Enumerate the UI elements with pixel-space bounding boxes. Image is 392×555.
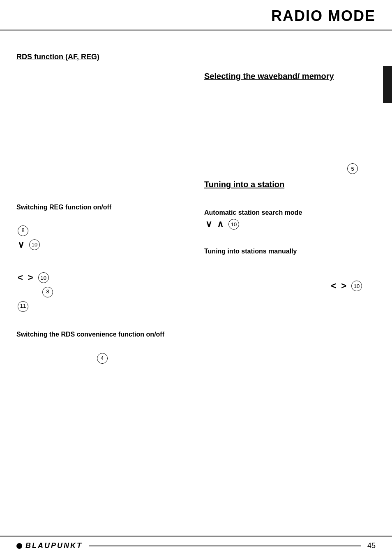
- page: RADIO MODE RDS function (AF, REG) Select…: [0, 0, 392, 555]
- auto-search-symbols-row: ∨ ∧ 10: [204, 219, 376, 230]
- down-arrow-symbol-2: ∨: [205, 219, 212, 230]
- left-arrow-symbol-1: <: [18, 272, 23, 283]
- circle-10-3: 10: [38, 272, 49, 283]
- left-arrows-row: < > 10: [16, 272, 188, 283]
- selecting-waveband-heading: Selecting the waveband/ memory: [204, 72, 334, 81]
- side-bookmark: [383, 66, 392, 103]
- right-arrow-symbol-1: >: [28, 272, 33, 283]
- page-number: 45: [367, 541, 376, 550]
- rds-function-heading: RDS function (AF, REG): [16, 53, 99, 61]
- page-footer: BLAUPUNKT 45: [0, 536, 392, 555]
- mid-left-col: Switching REG function on/off 8 ∨ 10: [16, 163, 196, 258]
- circle4-row: 4: [16, 353, 188, 364]
- circle-11: 11: [18, 301, 28, 312]
- mid-right-col: 5 Tuning into a station Automatic statio…: [196, 163, 376, 258]
- brand-logo: BLAUPUNKT: [16, 541, 83, 550]
- top-left-col: RDS function (AF, REG): [16, 43, 196, 85]
- logo-dot: [16, 543, 22, 549]
- circle-10-1: 10: [29, 239, 40, 250]
- switching-rds-heading: Switching the RDS convenience function o…: [16, 331, 188, 338]
- reg-arrow-row: ∨ 10: [16, 239, 188, 250]
- circle-8: 8: [18, 225, 28, 236]
- bot-circle8-row: 8: [16, 286, 188, 297]
- reg-circle8-row: 8: [16, 225, 188, 236]
- top-section: RDS function (AF, REG) Selecting the wav…: [0, 30, 392, 85]
- page-title: RADIO MODE: [16, 7, 376, 25]
- circle-5: 5: [347, 163, 358, 174]
- circle-10-4: 10: [351, 281, 362, 291]
- down-arrow-symbol-1: ∨: [18, 239, 24, 250]
- up-arrow-symbol: ∧: [217, 219, 224, 230]
- circle-4: 4: [97, 353, 108, 364]
- tuning-manually-heading: Tuning into stations manually: [204, 248, 376, 255]
- circle-10-2: 10: [228, 219, 239, 230]
- middle-section: Switching REG function on/off 8 ∨ 10 5 T…: [0, 155, 392, 258]
- circle11-row: 11: [16, 301, 188, 312]
- bot-right-col: < > 10: [196, 262, 376, 364]
- right-arrow-symbol-2: >: [341, 281, 346, 291]
- bot-left-col: < > 10 8 11 Switching the RDS convenienc…: [16, 262, 196, 364]
- brand-name: BLAUPUNKT: [25, 541, 83, 550]
- tuning-station-heading: Tuning into a station: [204, 180, 284, 189]
- auto-search-heading: Automatic station search mode: [204, 209, 376, 216]
- page-header: RADIO MODE: [0, 0, 392, 30]
- circle-8-2: 8: [41, 288, 54, 295]
- circle5-row: 5: [204, 163, 359, 174]
- top-right-col: Selecting the waveband/ memory: [196, 43, 376, 85]
- left-arrow-symbol-2: <: [331, 281, 336, 291]
- footer-divider-line: [89, 546, 361, 546]
- switching-reg-heading: Switching REG function on/off: [16, 204, 188, 211]
- bottom-section: < > 10 8 11 Switching the RDS convenienc…: [0, 258, 392, 364]
- right-arrows-row: < > 10: [204, 281, 363, 291]
